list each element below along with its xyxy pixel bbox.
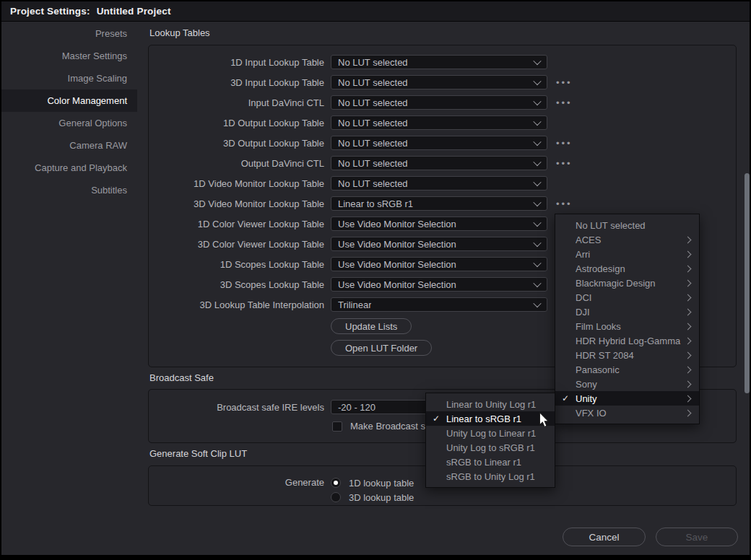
menu-item-label: sRGB to Linear r1	[446, 457, 549, 468]
menu-item-arri[interactable]: Arri	[555, 247, 699, 261]
menu-item-label: Unity Log to sRGB r1	[446, 442, 549, 453]
1d-video-monitor-lookup-table-label: 1D Video Monitor Lookup Table	[149, 178, 324, 189]
window-bottom-edge	[1, 555, 750, 559]
menu-item-label: Astrodesign	[576, 263, 685, 274]
chevron-down-icon	[533, 178, 541, 186]
3d-video-monitor-lookup-table-dropdown[interactable]: Linear to sRGB r1	[331, 196, 547, 211]
generate-option-3d-lookup-table: 3D lookup table	[331, 490, 414, 504]
3d-scopes-lookup-table-dropdown[interactable]: Use Video Monitor Selection	[331, 277, 547, 292]
menu-item-panasonic[interactable]: Panasonic	[555, 362, 699, 377]
menu-item-film-looks[interactable]: Film Looks	[555, 319, 699, 333]
sidebar-item-general-options[interactable]: General Options	[1, 112, 137, 134]
submenu-arrow-icon	[685, 351, 692, 359]
open-lut-folder-button[interactable]: Open LUT Folder	[331, 340, 432, 356]
menu-item-label: Panasonic	[576, 364, 685, 375]
checkmark-icon: ✓	[561, 393, 576, 403]
3d-color-viewer-lookup-table-dropdown[interactable]: Use Video Monitor Selection	[331, 237, 547, 251]
1d-input-lookup-table-dropdown[interactable]: No LUT selected	[331, 55, 547, 69]
menu-item-linear-to-srgb-r1[interactable]: ✓Linear to sRGB r1	[426, 411, 555, 426]
3d-lookup-table-interpolation-dropdown[interactable]: Trilinear	[331, 297, 547, 312]
chevron-down-icon	[533, 219, 541, 227]
menu-item-hdr-hybrid-log-gamma[interactable]: HDR Hybrid Log-Gamma	[555, 333, 699, 348]
menu-item-unity-log-to-linear-r1[interactable]: Unity Log to Linear r1	[426, 426, 555, 440]
submenu-arrow-icon	[685, 395, 692, 402]
output-davinci-ctl-options-button[interactable]: •••	[556, 159, 573, 168]
1d-color-viewer-lookup-table-dropdown[interactable]: Use Video Monitor Selection	[331, 216, 547, 231]
sidebar-item-subtitles[interactable]: Subtitles	[1, 179, 137, 201]
1d-lookup-table-radio[interactable]	[331, 478, 341, 488]
menu-item-label: Sony	[576, 379, 685, 390]
3d-scopes-lookup-table-label: 3D Scopes Lookup Table	[149, 279, 324, 290]
3d-video-monitor-lookup-table-options-button[interactable]: •••	[556, 199, 573, 209]
menu-item-label: HDR ST 2084	[576, 350, 685, 361]
1d-scopes-lookup-table-value: Use Video Monitor Selection	[338, 259, 456, 270]
generate-label: Generate	[149, 476, 324, 490]
sidebar-item-capture-and-playback[interactable]: Capture and Playback	[1, 157, 137, 179]
menu-item-srgb-to-unity-log-r1[interactable]: sRGB to Unity Log r1	[426, 469, 555, 484]
chevron-down-icon	[533, 198, 541, 206]
1d-output-lookup-table-dropdown[interactable]: No LUT selected	[331, 115, 547, 130]
3d-input-lookup-table-dropdown[interactable]: No LUT selected	[331, 75, 547, 89]
3d-video-monitor-lookup-table-label: 3D Video Monitor Lookup Table	[149, 198, 324, 209]
menu-item-label: Linear to Unity Log r1	[446, 399, 549, 410]
submenu-arrow-icon	[685, 250, 692, 258]
checkmark-icon: ✓	[432, 414, 446, 424]
ire-levels-label: Broadcast safe IRE levels	[149, 402, 324, 413]
menu-item-sony[interactable]: Sony	[555, 377, 699, 391]
submenu-arrow-icon	[685, 380, 692, 388]
generate-options: 1D lookup table3D lookup table	[331, 476, 414, 504]
project-settings-window: Project Settings:Untitled Project Preset…	[0, 0, 751, 560]
mouse-cursor-icon	[539, 412, 550, 428]
generate-option-1d-lookup-table: 1D lookup table	[331, 476, 414, 490]
menu-item-vfx-io[interactable]: VFX IO	[555, 406, 699, 420]
lut-row-1d-output-lookup-table: 1D Output Lookup TableNo LUT selected	[149, 113, 736, 133]
3d-input-lookup-table-options-button[interactable]: •••	[556, 78, 573, 87]
cancel-button[interactable]: Cancel	[563, 528, 646, 546]
menu-item-srgb-to-linear-r1[interactable]: sRGB to Linear r1	[426, 455, 555, 469]
submenu-arrow-icon	[685, 265, 692, 272]
menu-item-label: Linear to sRGB r1	[446, 414, 549, 424]
output-davinci-ctl-dropdown[interactable]: No LUT selected	[331, 156, 547, 170]
menu-item-dci[interactable]: DCI	[555, 290, 699, 305]
input-davinci-ctl-options-button[interactable]: •••	[556, 98, 573, 108]
submenu-arrow-icon	[685, 308, 692, 315]
menu-item-linear-to-unity-log-r1[interactable]: Linear to Unity Log r1	[426, 397, 555, 411]
update-lists-button[interactable]: Update Lists	[331, 318, 412, 334]
sidebar-item-presets[interactable]: Presets	[1, 22, 137, 45]
scrollbar-thumb[interactable]	[745, 173, 750, 393]
1d-video-monitor-lookup-table-dropdown[interactable]: No LUT selected	[331, 176, 547, 191]
menu-item-aces[interactable]: ACES	[555, 232, 699, 247]
3d-output-lookup-table-options-button[interactable]: •••	[556, 139, 573, 148]
menu-item-label: Blackmagic Design	[576, 278, 685, 289]
1d-input-lookup-table-value: No LUT selected	[338, 57, 408, 68]
3d-lookup-table-interpolation-label: 3D Lookup Table Interpolation	[149, 299, 324, 310]
make-broadcast-safe-checkbox[interactable]	[332, 421, 342, 432]
menu-item-unity-log-to-srgb-r1[interactable]: Unity Log to sRGB r1	[426, 440, 555, 455]
input-davinci-ctl-dropdown[interactable]: No LUT selected	[331, 95, 547, 110]
lut-submenu: Linear to Unity Log r1✓Linear to sRGB r1…	[425, 393, 555, 488]
sidebar-item-color-management[interactable]: Color Management	[1, 89, 137, 112]
1d-scopes-lookup-table-dropdown[interactable]: Use Video Monitor Selection	[331, 257, 547, 271]
sidebar-item-master-settings[interactable]: Master Settings	[1, 45, 137, 67]
menu-item-label: DJI	[576, 307, 685, 318]
3d-lookup-table-radio[interactable]	[331, 492, 341, 502]
menu-item-dji[interactable]: DJI	[555, 305, 699, 319]
menu-item-astrodesign[interactable]: Astrodesign	[555, 261, 699, 276]
menu-item-no-lut-selected[interactable]: No LUT selected	[555, 218, 699, 232]
menu-item-label: Unity Log to Linear r1	[446, 428, 549, 439]
chevron-down-icon	[533, 158, 541, 166]
3d-video-monitor-lookup-table-value: Linear to sRGB r1	[338, 198, 413, 209]
submenu-arrow-icon	[685, 409, 692, 416]
menu-item-unity[interactable]: ✓Unity	[555, 391, 699, 406]
chevron-down-icon	[533, 138, 541, 146]
lut-row-3d-video-monitor-lookup-table: 3D Video Monitor Lookup TableLinear to s…	[149, 193, 736, 214]
window-title-prefix: Project Settings:	[10, 6, 90, 17]
menu-item-hdr-st-2084[interactable]: HDR ST 2084	[555, 348, 699, 362]
sidebar-item-image-scaling[interactable]: Image Scaling	[1, 67, 137, 89]
menu-item-blackmagic-design[interactable]: Blackmagic Design	[555, 276, 699, 290]
save-button[interactable]: Save	[656, 528, 738, 546]
sidebar-item-camera-raw[interactable]: Camera RAW	[1, 134, 137, 157]
3d-output-lookup-table-dropdown[interactable]: No LUT selected	[331, 136, 547, 150]
submenu-arrow-icon	[685, 366, 692, 373]
menu-item-label: No LUT selected	[576, 220, 693, 231]
